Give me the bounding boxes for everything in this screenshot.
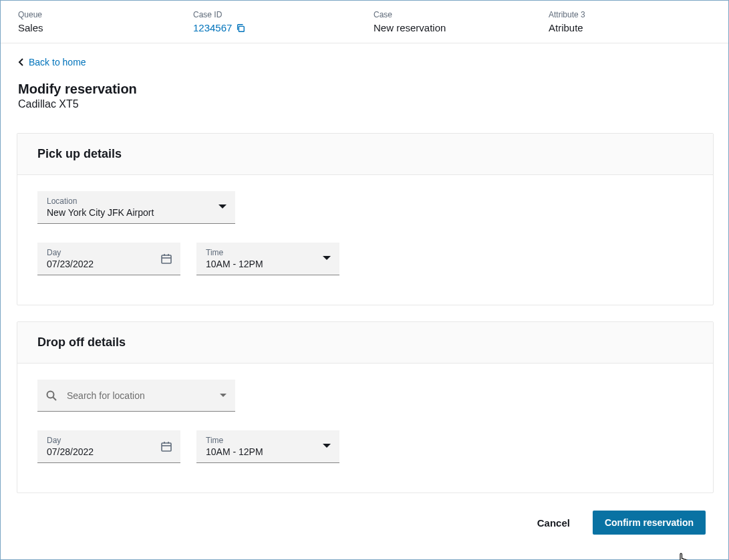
- pickup-time-value: 10AM - 12PM: [206, 259, 330, 269]
- queue-value: Sales: [18, 22, 193, 33]
- dropoff-time-label: Time: [206, 436, 330, 445]
- pickup-day-label: Day: [47, 248, 171, 257]
- chevron-down-icon: [322, 443, 331, 450]
- back-link-label: Back to home: [29, 57, 86, 67]
- svg-rect-7: [162, 443, 171, 451]
- case-attributes-bar: Queue Sales Case ID 1234567 Case New res…: [1, 1, 729, 43]
- dropoff-time-select[interactable]: Time 10AM - 12PM: [196, 430, 339, 463]
- attribute3-label: Attribute 3: [549, 10, 712, 19]
- queue-attr: Queue Sales: [18, 10, 193, 33]
- search-icon: [45, 390, 57, 402]
- cancel-button[interactable]: Cancel: [537, 517, 570, 529]
- pickup-time-label: Time: [206, 248, 330, 257]
- chevron-down-icon: [322, 255, 331, 262]
- confirm-reservation-button[interactable]: Confirm reservation: [593, 511, 706, 535]
- case-value: New reservation: [374, 22, 549, 33]
- dropoff-section-title: Drop off details: [37, 335, 693, 349]
- pickup-section: Pick up details Location New York City J…: [17, 133, 714, 305]
- dropoff-day-input[interactable]: Day 07/28/2022: [37, 430, 180, 463]
- chevron-down-icon: [218, 204, 227, 211]
- svg-rect-0: [239, 26, 245, 31]
- pickup-time-select[interactable]: Time 10AM - 12PM: [196, 243, 339, 275]
- svg-line-6: [53, 397, 57, 400]
- case-attr: Case New reservation: [374, 10, 549, 33]
- calendar-icon: [160, 253, 172, 265]
- pickup-day-value: 07/23/2022: [47, 259, 171, 269]
- dropoff-search-placeholder: Search for location: [67, 390, 226, 401]
- caseid-link[interactable]: 1234567: [193, 22, 374, 33]
- queue-label: Queue: [18, 10, 193, 19]
- page-title: Modify reservation: [18, 82, 712, 97]
- copy-icon[interactable]: [236, 23, 245, 33]
- chevron-left-icon: [18, 58, 25, 66]
- dropoff-time-value: 10AM - 12PM: [206, 446, 330, 457]
- svg-point-5: [47, 391, 54, 398]
- dropoff-location-search[interactable]: Search for location: [37, 380, 235, 412]
- caseid-attr: Case ID 1234567: [193, 10, 374, 33]
- page-subtitle: Cadillac XT5: [18, 98, 712, 110]
- dropoff-day-label: Day: [47, 436, 171, 445]
- action-bar: Cancel Confirm reservation: [1, 493, 729, 555]
- pickup-location-select[interactable]: Location New York City JFK Airport: [37, 191, 235, 224]
- dropoff-day-value: 07/28/2022: [47, 446, 171, 457]
- pickup-section-title: Pick up details: [37, 147, 693, 161]
- cursor-pointer-icon: [676, 551, 690, 560]
- svg-rect-1: [162, 255, 171, 263]
- back-to-home-link[interactable]: Back to home: [18, 57, 86, 67]
- caseid-label: Case ID: [193, 10, 374, 19]
- case-label: Case: [374, 10, 549, 19]
- calendar-icon: [160, 440, 172, 452]
- pickup-location-value: New York City JFK Airport: [47, 207, 226, 218]
- chevron-down-icon: [219, 393, 227, 398]
- pickup-location-label: Location: [47, 196, 226, 206]
- caseid-value: 1234567: [193, 22, 232, 33]
- attribute3-attr: Attribute 3 Atribute: [549, 10, 712, 33]
- pickup-day-input[interactable]: Day 07/23/2022: [37, 243, 180, 275]
- attribute3-value: Atribute: [549, 22, 712, 33]
- dropoff-section: Drop off details Search for location: [17, 321, 714, 493]
